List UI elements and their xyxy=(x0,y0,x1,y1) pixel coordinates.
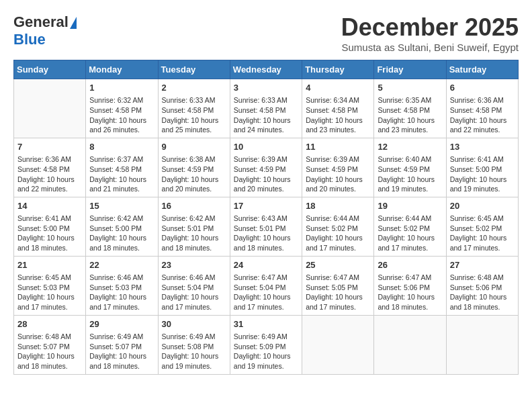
day-info: Sunrise: 6:49 AMSunset: 5:08 PMDaylight:… xyxy=(162,332,226,371)
calendar-cell: 2Sunrise: 6:33 AMSunset: 4:58 PMDaylight… xyxy=(158,79,230,138)
day-number: 8 xyxy=(89,141,154,153)
month-title: December 2025 xyxy=(341,13,519,42)
calendar-week-row: 21Sunrise: 6:45 AMSunset: 5:03 PMDayligh… xyxy=(14,256,519,315)
calendar-cell: 1Sunrise: 6:32 AMSunset: 4:58 PMDaylight… xyxy=(86,79,158,138)
day-info: Sunrise: 6:46 AMSunset: 5:03 PMDaylight:… xyxy=(89,273,154,312)
calendar-cell: 16Sunrise: 6:42 AMSunset: 5:01 PMDayligh… xyxy=(158,197,230,256)
weekday-header-saturday: Saturday xyxy=(446,60,518,79)
day-info: Sunrise: 6:41 AMSunset: 5:00 PMDaylight:… xyxy=(17,214,82,253)
calendar-cell: 6Sunrise: 6:36 AMSunset: 4:58 PMDaylight… xyxy=(446,79,518,138)
day-number: 3 xyxy=(234,82,298,94)
day-number: 9 xyxy=(162,141,226,153)
day-info: Sunrise: 6:37 AMSunset: 4:58 PMDaylight:… xyxy=(89,154,154,194)
location-subtitle: Sumusta as Sultani, Beni Suweif, Egypt xyxy=(341,42,519,53)
calendar-cell: 5Sunrise: 6:35 AMSunset: 4:58 PMDaylight… xyxy=(374,79,446,138)
day-number: 20 xyxy=(450,200,515,212)
day-number: 14 xyxy=(17,200,82,212)
calendar-cell: 21Sunrise: 6:45 AMSunset: 5:03 PMDayligh… xyxy=(14,256,86,315)
day-info: Sunrise: 6:49 AMSunset: 5:09 PMDaylight:… xyxy=(234,332,298,371)
day-number: 12 xyxy=(378,141,442,153)
calendar-cell: 25Sunrise: 6:47 AMSunset: 5:05 PMDayligh… xyxy=(302,256,374,315)
calendar-cell: 23Sunrise: 6:46 AMSunset: 5:04 PMDayligh… xyxy=(158,256,230,315)
calendar-cell: 8Sunrise: 6:37 AMSunset: 4:58 PMDaylight… xyxy=(86,138,158,197)
day-info: Sunrise: 6:49 AMSunset: 5:07 PMDaylight:… xyxy=(89,332,154,371)
day-info: Sunrise: 6:46 AMSunset: 5:04 PMDaylight:… xyxy=(162,273,226,312)
weekday-header-wednesday: Wednesday xyxy=(230,60,302,79)
day-number: 31 xyxy=(234,318,298,330)
day-number: 10 xyxy=(234,141,298,153)
calendar-cell: 17Sunrise: 6:43 AMSunset: 5:01 PMDayligh… xyxy=(230,197,302,256)
day-number: 18 xyxy=(306,200,370,212)
calendar-cell: 4Sunrise: 6:34 AMSunset: 4:58 PMDaylight… xyxy=(302,79,374,138)
day-number: 19 xyxy=(378,200,442,212)
calendar-week-row: 14Sunrise: 6:41 AMSunset: 5:00 PMDayligh… xyxy=(14,197,519,256)
calendar-cell: 26Sunrise: 6:47 AMSunset: 5:06 PMDayligh… xyxy=(374,256,446,315)
day-info: Sunrise: 6:45 AMSunset: 5:02 PMDaylight:… xyxy=(450,214,515,253)
calendar-cell: 13Sunrise: 6:41 AMSunset: 5:00 PMDayligh… xyxy=(446,138,518,197)
day-info: Sunrise: 6:41 AMSunset: 5:00 PMDaylight:… xyxy=(450,154,515,194)
calendar-cell: 18Sunrise: 6:44 AMSunset: 5:02 PMDayligh… xyxy=(302,197,374,256)
calendar-cell: 30Sunrise: 6:49 AMSunset: 5:08 PMDayligh… xyxy=(158,315,230,374)
day-number: 26 xyxy=(378,259,442,271)
weekday-header-friday: Friday xyxy=(374,60,446,79)
weekday-header-row: SundayMondayTuesdayWednesdayThursdayFrid… xyxy=(14,60,519,79)
calendar-cell: 27Sunrise: 6:48 AMSunset: 5:06 PMDayligh… xyxy=(446,256,518,315)
day-number: 6 xyxy=(450,82,515,94)
day-number: 4 xyxy=(306,82,370,94)
day-number: 25 xyxy=(306,259,370,271)
day-info: Sunrise: 6:44 AMSunset: 5:02 PMDaylight:… xyxy=(378,214,442,253)
day-info: Sunrise: 6:42 AMSunset: 5:00 PMDaylight:… xyxy=(89,214,154,253)
day-info: Sunrise: 6:35 AMSunset: 4:58 PMDaylight:… xyxy=(378,95,442,135)
calendar-cell: 29Sunrise: 6:49 AMSunset: 5:07 PMDayligh… xyxy=(86,315,158,374)
calendar-cell: 22Sunrise: 6:46 AMSunset: 5:03 PMDayligh… xyxy=(86,256,158,315)
calendar-table: SundayMondayTuesdayWednesdayThursdayFrid… xyxy=(13,60,519,375)
logo-blue-text: Blue xyxy=(13,31,46,48)
calendar-cell xyxy=(374,315,446,374)
calendar-cell: 9Sunrise: 6:38 AMSunset: 4:59 PMDaylight… xyxy=(158,138,230,197)
calendar-cell: 12Sunrise: 6:40 AMSunset: 4:59 PMDayligh… xyxy=(374,138,446,197)
day-info: Sunrise: 6:38 AMSunset: 4:59 PMDaylight:… xyxy=(162,154,226,194)
day-number: 2 xyxy=(162,82,226,94)
day-info: Sunrise: 6:39 AMSunset: 4:59 PMDaylight:… xyxy=(306,154,370,194)
day-number: 7 xyxy=(17,141,82,153)
calendar-cell: 7Sunrise: 6:36 AMSunset: 4:58 PMDaylight… xyxy=(14,138,86,197)
day-number: 1 xyxy=(89,82,154,94)
day-number: 22 xyxy=(89,259,154,271)
calendar-cell xyxy=(14,79,86,138)
calendar-cell: 3Sunrise: 6:33 AMSunset: 4:58 PMDaylight… xyxy=(230,79,302,138)
calendar-cell xyxy=(446,315,518,374)
calendar-cell: 24Sunrise: 6:47 AMSunset: 5:04 PMDayligh… xyxy=(230,256,302,315)
logo-icon xyxy=(70,17,77,29)
day-info: Sunrise: 6:36 AMSunset: 4:58 PMDaylight:… xyxy=(450,95,515,135)
day-number: 21 xyxy=(17,259,82,271)
day-info: Sunrise: 6:34 AMSunset: 4:58 PMDaylight:… xyxy=(306,95,370,135)
day-info: Sunrise: 6:45 AMSunset: 5:03 PMDaylight:… xyxy=(17,273,82,312)
calendar-week-row: 28Sunrise: 6:48 AMSunset: 5:07 PMDayligh… xyxy=(14,315,519,374)
weekday-header-thursday: Thursday xyxy=(302,60,374,79)
logo: General Blue xyxy=(13,13,77,48)
day-info: Sunrise: 6:42 AMSunset: 5:01 PMDaylight:… xyxy=(162,214,226,253)
day-info: Sunrise: 6:33 AMSunset: 4:58 PMDaylight:… xyxy=(162,95,226,135)
day-number: 13 xyxy=(450,141,515,153)
day-info: Sunrise: 6:48 AMSunset: 5:06 PMDaylight:… xyxy=(450,273,515,312)
day-number: 30 xyxy=(162,318,226,330)
calendar-cell: 19Sunrise: 6:44 AMSunset: 5:02 PMDayligh… xyxy=(374,197,446,256)
day-number: 16 xyxy=(162,200,226,212)
logo-general-text: General xyxy=(13,13,69,31)
title-block: December 2025 Sumusta as Sultani, Beni S… xyxy=(341,13,519,53)
calendar-cell: 14Sunrise: 6:41 AMSunset: 5:00 PMDayligh… xyxy=(14,197,86,256)
day-number: 23 xyxy=(162,259,226,271)
day-info: Sunrise: 6:40 AMSunset: 4:59 PMDaylight:… xyxy=(378,154,442,194)
calendar-cell: 31Sunrise: 6:49 AMSunset: 5:09 PMDayligh… xyxy=(230,315,302,374)
calendar-week-row: 1Sunrise: 6:32 AMSunset: 4:58 PMDaylight… xyxy=(14,79,519,138)
calendar-cell: 10Sunrise: 6:39 AMSunset: 4:59 PMDayligh… xyxy=(230,138,302,197)
day-info: Sunrise: 6:32 AMSunset: 4:58 PMDaylight:… xyxy=(89,95,154,135)
calendar-cell: 15Sunrise: 6:42 AMSunset: 5:00 PMDayligh… xyxy=(86,197,158,256)
day-info: Sunrise: 6:47 AMSunset: 5:06 PMDaylight:… xyxy=(378,273,442,312)
calendar-cell: 20Sunrise: 6:45 AMSunset: 5:02 PMDayligh… xyxy=(446,197,518,256)
calendar-week-row: 7Sunrise: 6:36 AMSunset: 4:58 PMDaylight… xyxy=(14,138,519,197)
calendar-cell: 11Sunrise: 6:39 AMSunset: 4:59 PMDayligh… xyxy=(302,138,374,197)
day-info: Sunrise: 6:43 AMSunset: 5:01 PMDaylight:… xyxy=(234,214,298,253)
calendar-cell xyxy=(302,315,374,374)
day-number: 27 xyxy=(450,259,515,271)
